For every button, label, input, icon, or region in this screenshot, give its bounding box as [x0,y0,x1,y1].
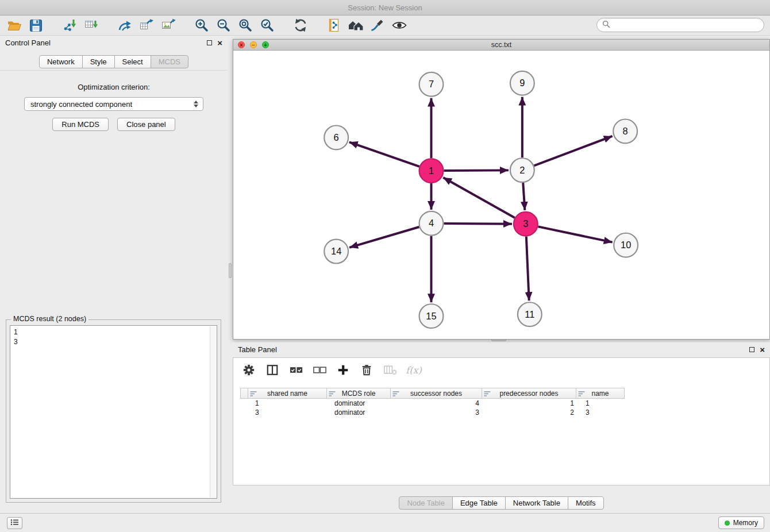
run-mcds-button[interactable]: Run MCDS [52,118,109,131]
column-header-name[interactable]: name [576,388,625,399]
edge-1-6[interactable] [349,142,419,167]
open-session-icon[interactable] [5,17,24,34]
add-row-icon[interactable] [336,363,351,377]
export-network-icon[interactable] [115,17,134,34]
zoom-in-icon[interactable] [192,17,211,34]
delete-column-icon [383,363,398,377]
edge-3-11[interactable] [526,237,529,301]
table-row[interactable]: 1dominator411 [240,399,769,408]
node-6[interactable]: 6 [324,125,348,149]
table-cell[interactable]: 3 [582,408,631,417]
mcds-result-box: MCDS result (2 nodes) 1 3 [6,319,221,503]
edge-3-10[interactable] [538,226,612,242]
window-controls: ×−+ [238,41,269,48]
column-header-label: name [591,390,609,398]
criterion-dropdown[interactable]: strongly connected component [24,97,203,111]
node-10[interactable]: 10 [614,233,638,257]
tab-edge-table[interactable]: Edge Table [452,496,506,510]
network-canvas-area[interactable]: 7968124314101511 [233,51,769,339]
search-box[interactable] [596,18,764,32]
import-table-icon[interactable] [82,17,101,34]
column-header-predecessor-nodes[interactable]: predecessor nodes [482,388,576,399]
zoom-out-icon[interactable] [214,17,233,34]
node-3[interactable]: 3 [514,212,538,236]
export-table-icon[interactable] [137,17,156,34]
close-window-icon[interactable]: × [238,41,245,48]
result-scrollbar[interactable] [210,326,216,498]
edge-2-3[interactable] [523,183,525,210]
table-cell[interactable]: dominator [331,408,395,417]
edge-4-14[interactable] [349,227,419,248]
memory-button[interactable]: Memory [718,516,764,529]
save-session-icon[interactable] [26,17,45,34]
table-header-row: shared nameMCDS rolesuccessor nodesprede… [240,388,769,399]
mcds-result-area[interactable]: 1 3 [10,325,217,499]
list-menu-button[interactable] [7,517,22,529]
column-header-label: predecessor nodes [499,390,558,398]
table-panel-title: Table Panel [238,345,749,354]
tab-mcds[interactable]: MCDS [151,55,188,68]
node-15[interactable]: 15 [419,304,444,328]
table-cell[interactable]: 1 [487,399,582,408]
memory-button-label: Memory [733,519,758,527]
copy-network-icon[interactable] [324,17,343,34]
tab-network[interactable]: Network [39,55,83,68]
node-14[interactable]: 14 [324,240,348,264]
gear-icon[interactable] [241,363,256,377]
mcds-result-title: MCDS result (2 nodes) [11,315,88,323]
columns-icon[interactable] [265,363,280,377]
edge-4-3[interactable] [444,223,512,224]
node-2[interactable]: 2 [510,158,534,182]
toolbar-groups [5,17,423,34]
column-header-MCDS-role[interactable]: MCDS role [326,388,391,399]
column-header-successor-nodes[interactable]: successor nodes [390,388,482,399]
deselect-all-icon[interactable] [312,363,327,377]
tab-select[interactable]: Select [114,55,151,68]
edge-3-1[interactable] [443,178,514,218]
tab-style[interactable]: Style [82,55,115,68]
zoom-selected-icon[interactable] [257,17,276,34]
node-11[interactable]: 11 [518,302,542,326]
table-cell[interactable]: 3 [395,408,487,417]
table-cell[interactable]: 1 [252,399,331,408]
home-icon[interactable] [346,17,365,34]
tab-node-table[interactable]: Node Table [399,496,453,510]
node-8[interactable]: 8 [613,119,637,144]
control-panel: Control Panel × NetworkStyleSelectMCDS O… [0,36,228,513]
control-panel-header: Control Panel × [0,36,228,49]
table-cell[interactable]: 3 [252,408,331,417]
edge-1-2[interactable] [444,170,509,171]
table-cell[interactable]: dominator [331,399,395,408]
delete-icon[interactable] [359,363,374,377]
vertical-splitter-handle[interactable] [229,263,232,278]
style-icon[interactable] [368,17,387,34]
column-header-shared-name[interactable]: shared name [248,388,327,399]
search-input[interactable] [613,21,759,29]
tab-motifs[interactable]: Motifs [568,496,604,510]
edge-2-8[interactable] [534,136,612,165]
table-cell[interactable]: 4 [395,399,487,408]
close-panel-icon[interactable]: × [217,38,222,47]
export-image-icon[interactable] [159,17,178,34]
close-table-panel-icon[interactable]: × [760,345,765,354]
close-panel-button[interactable]: Close panel [117,118,175,131]
node-4[interactable]: 4 [419,211,444,236]
network-canvas[interactable]: 7968124314101511 [233,51,769,339]
table-cell[interactable]: 2 [487,408,582,417]
import-network-icon[interactable] [60,17,79,34]
refresh-icon[interactable] [291,17,310,34]
float-panel-icon[interactable] [207,40,212,45]
eye-icon[interactable] [390,17,409,34]
table-cell[interactable]: 1 [582,399,631,408]
select-all-icon[interactable] [288,363,303,377]
minimize-window-icon[interactable]: − [250,41,257,48]
node-label: 9 [519,78,525,88]
zoom-window-icon[interactable]: + [262,41,269,48]
tab-network-table[interactable]: Network Table [505,496,568,510]
float-table-panel-icon[interactable] [749,347,754,352]
node-7[interactable]: 7 [419,72,444,97]
node-9[interactable]: 9 [510,71,534,95]
node-1[interactable]: 1 [419,159,444,183]
zoom-fit-icon[interactable] [236,17,255,34]
table-row[interactable]: 3dominator323 [240,408,769,417]
